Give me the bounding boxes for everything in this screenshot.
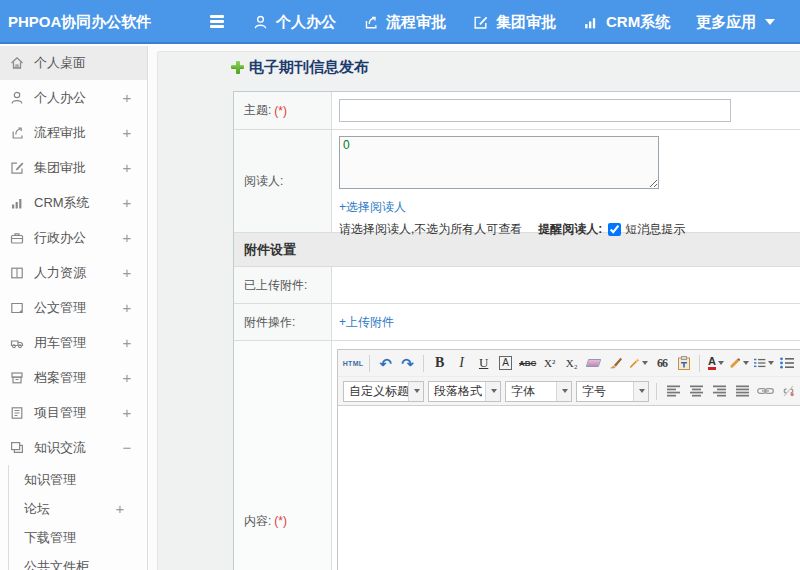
unlink-icon[interactable] (779, 381, 798, 402)
format-brush-icon[interactable] (606, 353, 625, 374)
publish-form-table: 主题: (*) 阅读人: 0 +选择阅读人 请选择阅 (233, 91, 800, 570)
sms-notify-checkbox[interactable] (608, 223, 621, 236)
align-center-icon[interactable] (687, 381, 706, 402)
expand-plus-icon[interactable]: + (112, 500, 128, 517)
unordered-list-icon[interactable] (778, 353, 797, 374)
nav-item-workflow-approval[interactable]: 流程审批 (362, 13, 446, 32)
page-title: 电子期刊信息发布 (231, 55, 369, 79)
undo-button[interactable]: ↶ (376, 353, 395, 374)
subject-label-cell: 主题: (*) (234, 92, 332, 129)
underline-button[interactable]: U (474, 353, 493, 374)
blockquote-button[interactable]: 66 (652, 353, 671, 374)
sidebar-item-crm-system[interactable]: CRM系统 + (0, 185, 147, 220)
expand-plus-icon[interactable]: + (119, 229, 135, 246)
readers-label-cell: 阅读人: (234, 130, 332, 232)
expand-plus-icon[interactable]: + (119, 369, 135, 386)
readers-textarea[interactable]: 0 (339, 136, 659, 189)
readers-hint-text: 请选择阅读人,不选为所有人可查看 (339, 221, 522, 238)
expand-plus-icon[interactable]: + (119, 124, 135, 141)
subscript-button[interactable]: X₂ (562, 353, 581, 374)
nav-item-group-approval[interactable]: 集团审批 (472, 13, 556, 32)
readers-value-cell: 0 +选择阅读人 请选择阅读人,不选为所有人可查看 提醒阅读人: 短消息提示 (332, 130, 800, 232)
sidebar-item-label: 集团审批 (34, 159, 86, 177)
sidebar-item-group-approval[interactable]: 集团审批 + (0, 150, 147, 185)
align-left-icon[interactable] (664, 381, 683, 402)
superscript-button[interactable]: X² (540, 353, 559, 374)
strikethrough-button[interactable]: ABC (518, 353, 537, 374)
insert-link-icon[interactable] (756, 381, 775, 402)
html-source-button[interactable]: HTML (343, 353, 363, 374)
clipboard-icon (9, 405, 25, 421)
chat-icon (9, 440, 25, 456)
collapse-minus-icon[interactable]: − (119, 439, 135, 456)
remove-format-icon[interactable] (584, 353, 603, 374)
car-icon (9, 335, 25, 351)
subject-label: 主题: (244, 102, 271, 119)
heading-select[interactable]: 自定义标题 (343, 381, 424, 402)
paragraph-format-select[interactable]: 段落格式 (428, 381, 501, 402)
attachment-ops-label-cell: 附件操作: (234, 304, 332, 340)
expand-plus-icon[interactable]: + (119, 194, 135, 211)
font-family-select[interactable]: 字体 (505, 381, 572, 402)
sidebar-item-archives[interactable]: 档案管理 + (0, 360, 147, 395)
flow-icon (9, 125, 25, 141)
sidebar-item-label: 公文管理 (34, 299, 86, 317)
expand-plus-icon[interactable]: + (119, 334, 135, 351)
font-size-select[interactable]: 字号 (576, 381, 649, 402)
highlight-color-icon[interactable] (728, 353, 749, 374)
content-value-cell: HTML ↶ ↷ B I U A ABC X² X₂ (332, 341, 800, 570)
sidebar-item-project-management[interactable]: 项目管理 + (0, 395, 147, 430)
sidebar-item-workflow-approval[interactable]: 流程审批 + (0, 115, 147, 150)
sidebar-subitem-knowledge-management[interactable]: 知识管理 (9, 465, 147, 494)
chevron-down-icon (556, 382, 571, 401)
align-right-icon[interactable] (710, 381, 729, 402)
sidebar-item-knowledge-exchange[interactable]: 知识交流 − (0, 430, 147, 465)
sidebar-item-personal-desktop[interactable]: 个人桌面 (0, 46, 147, 80)
italic-button[interactable]: I (452, 353, 471, 374)
auto-typeset-icon[interactable] (628, 353, 649, 374)
rich-text-editor: HTML ↶ ↷ B I U A ABC X² X₂ (337, 349, 800, 570)
attachment-ops-row: 附件操作: +上传附件 (234, 304, 800, 341)
editor-content-area[interactable] (338, 406, 800, 570)
uploaded-attachments-label: 已上传附件: (244, 277, 307, 294)
expand-plus-icon[interactable]: + (119, 89, 135, 106)
font-border-button[interactable]: A (496, 353, 515, 374)
app-window: PHPOA协同办公软件 个人办公 流程审批 集团审批 CRM系统 更多应用 (0, 0, 800, 570)
sidebar-subitem-public-file-cabinet[interactable]: 公共文件柜 (9, 552, 147, 570)
sidebar-item-official-docs[interactable]: 公文管理 + (0, 290, 147, 325)
toolbar-separator (656, 383, 657, 400)
expand-plus-icon[interactable]: + (119, 404, 135, 421)
page-title-text: 电子期刊信息发布 (249, 58, 369, 77)
sidebar-subitem-forum[interactable]: 论坛 + (9, 494, 147, 523)
sidebar-item-human-resources[interactable]: 人力资源 + (0, 255, 147, 290)
sidebar-item-label: 流程审批 (34, 124, 86, 142)
sidebar-item-label: 档案管理 (34, 369, 86, 387)
sidebar-subitem-download-management[interactable]: 下载管理 (9, 523, 147, 552)
ordered-list-icon[interactable] (753, 353, 775, 374)
bold-button[interactable]: B (430, 353, 449, 374)
nav-item-personal-office[interactable]: 个人办公 (252, 13, 336, 32)
nav-item-more-apps[interactable]: 更多应用 (696, 13, 775, 32)
subject-input[interactable] (339, 99, 731, 122)
select-readers-link[interactable]: +选择阅读人 (339, 199, 406, 216)
expand-plus-icon[interactable]: + (119, 159, 135, 176)
expand-plus-icon[interactable]: + (119, 299, 135, 316)
upload-attachment-link[interactable]: +上传附件 (339, 314, 394, 331)
paste-plain-icon[interactable] (674, 353, 693, 374)
expand-plus-icon[interactable]: + (119, 264, 135, 281)
bar-chart-icon (9, 195, 25, 211)
sidebar-item-personal-office[interactable]: 个人办公 + (0, 80, 147, 115)
sidebar-item-admin-office[interactable]: 行政办公 + (0, 220, 147, 255)
sidebar-item-label: 项目管理 (34, 404, 86, 422)
redo-button[interactable]: ↷ (398, 353, 417, 374)
remind-readers-label: 提醒阅读人: (538, 221, 602, 238)
align-justify-icon[interactable] (733, 381, 752, 402)
sidebar-item-label: CRM系统 (34, 194, 90, 212)
hamburger-menu-icon[interactable] (210, 15, 225, 29)
font-color-button[interactable]: A (706, 353, 725, 374)
content-label-cell: 内容: (*) (234, 341, 332, 570)
nav-item-crm-system[interactable]: CRM系统 (582, 13, 670, 32)
sidebar-subitem-label: 下载管理 (24, 529, 76, 547)
required-mark: (*) (274, 104, 287, 118)
sidebar-item-vehicle-management[interactable]: 用车管理 + (0, 325, 147, 360)
